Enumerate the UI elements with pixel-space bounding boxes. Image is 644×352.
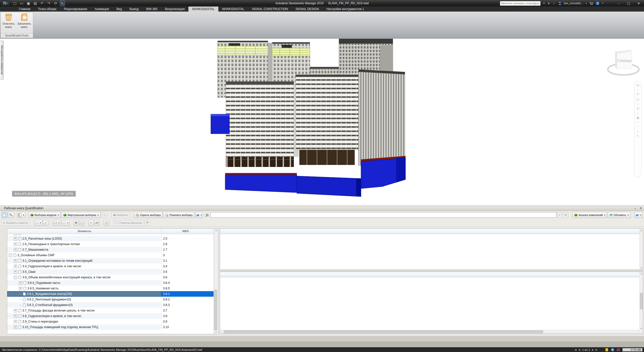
select-takeoff-item-button[interactable] xyxy=(101,212,107,218)
tree-expander-icon[interactable]: + xyxy=(14,237,17,240)
ribbon-tab-5[interactable]: Вывод xyxy=(126,7,142,12)
sheet-status-icon[interactable] xyxy=(605,348,609,351)
count-tool-button[interactable]: # xyxy=(104,220,109,226)
tree-row[interactable]: +3.5_Сваи3.5 xyxy=(7,269,218,275)
select-button[interactable]: Выбрать xyxy=(111,212,130,218)
building-model-canvas[interactable] xyxy=(206,39,410,197)
ribbon-tab-11[interactable]: SIGNAL DESIGN xyxy=(292,7,323,12)
panel-close-icon[interactable]: ✕ xyxy=(639,206,642,211)
tree-expander-icon[interactable]: − xyxy=(9,254,12,257)
open-folder-icon[interactable]: ▭ xyxy=(19,1,24,6)
tree-column-wbs[interactable]: WBS xyxy=(162,229,210,234)
help-icon[interactable]: ? xyxy=(596,2,599,5)
tree-row[interactable]: −3_Основные объемы СМР3 xyxy=(7,252,218,258)
ribbon-tab-4[interactable]: Вид xyxy=(113,7,126,12)
tree-expander-icon[interactable]: + xyxy=(14,265,17,268)
ribbon-tab-6[interactable]: BIM 360 xyxy=(142,7,161,12)
select-arrow-icon[interactable]: ↖ xyxy=(636,134,639,138)
tree-row[interactable]: +3.4_Гидроизоляция и кровля, в том числе… xyxy=(7,263,218,269)
last-sheet-icon[interactable]: ▶ xyxy=(596,348,597,351)
caret-icon[interactable]: ▾ xyxy=(637,112,638,114)
look-around-icon[interactable]: ◉ xyxy=(636,116,639,120)
previous-sheet-icon[interactable]: ◀ xyxy=(578,348,580,351)
formula-accept-button[interactable]: ✓ xyxy=(557,212,562,218)
tree-expander-icon[interactable]: + xyxy=(19,287,22,290)
close-button[interactable]: ✕ xyxy=(635,2,642,5)
new-document-icon[interactable]: ▢ xyxy=(13,1,17,6)
tree-row[interactable]: +3.9_Стены и перегородки3.9 xyxy=(7,319,218,324)
web-status-icon[interactable] xyxy=(611,348,615,351)
tree-row[interactable]: 3.6.2_Ленточный фундамент(0)3.6.2 xyxy=(7,297,218,302)
orbit-icon[interactable]: ⟲ xyxy=(636,107,639,111)
user-dropdown-icon[interactable]: ▾ xyxy=(586,2,587,5)
tree-row[interactable]: +3.6.4_Подземная часть:3.6.4 xyxy=(7,280,218,286)
first-sheet-icon[interactable]: ◀ xyxy=(575,348,576,351)
tree-row[interactable]: +2.7_Машиноместа2.7 xyxy=(7,247,218,252)
search-binoculars-icon[interactable]: ⌖ xyxy=(543,1,545,5)
tree-row[interactable]: +3.1_Ограждение котлована по типам конст… xyxy=(7,258,218,263)
help-dropdown-icon[interactable]: ▾ xyxy=(602,2,603,5)
workbook-views-button[interactable]: ▾ xyxy=(17,212,25,218)
update-button[interactable]: ⟳ Обновить ▾ xyxy=(608,212,630,218)
show-takeoff-button[interactable]: Показать выборку xyxy=(163,212,194,218)
new-takeoff-sheet-button[interactable] xyxy=(2,212,7,218)
markup-filter-button[interactable]: Пометка фильтра xyxy=(113,220,144,226)
filter-settings-button[interactable] xyxy=(145,220,150,226)
tree-row[interactable]: −3.6_Объем железобетонных конструкций ка… xyxy=(7,275,218,280)
model-takeoff-button[interactable]: Выборка модели ▾ xyxy=(28,212,61,218)
favorites-star-icon[interactable]: ☆ xyxy=(553,2,556,5)
ribbon-tab-12[interactable]: Настройки инструментов 1 xyxy=(323,7,368,12)
panel-collapse-icon[interactable]: ⌄ xyxy=(634,206,636,211)
navigation-bar[interactable]: ◎▾✛⊡▾⟲▾◉▾∵▾↖ xyxy=(634,81,641,177)
table-splitter[interactable] xyxy=(220,270,643,272)
export-quantities-button[interactable]: ⇄ ▾ xyxy=(195,212,203,218)
tree-expander-icon[interactable]: + xyxy=(14,270,17,274)
app-store-cart-icon[interactable] xyxy=(589,2,593,5)
tree-row[interactable]: +3.8_Гидроизоляция и кровля, в том числе… xyxy=(7,313,218,319)
refresh-icon[interactable]: ⟳ xyxy=(53,1,58,6)
virtual-takeoff-button[interactable]: Виртуальная выборка ▾ xyxy=(61,212,100,218)
summary-vertical-scrollbar[interactable]: ▲ ▼ xyxy=(639,229,643,270)
panel-title-bar[interactable]: Рабочая книга Quantification ⌄ ✕ xyxy=(0,206,644,211)
tree-row[interactable]: +3.6.5_Наземная часть:3.6.5 xyxy=(7,286,218,291)
ribbon-tab-9[interactable]: MARKSDIGITAL xyxy=(218,7,248,12)
region-tool-button[interactable] xyxy=(79,220,84,226)
fill-book-button[interactable]: Заполнить книгу xyxy=(16,12,32,34)
app-logo[interactable]: N▾ xyxy=(1,0,10,6)
walk-icon[interactable]: ∵ xyxy=(637,125,639,129)
minimize-button[interactable]: – xyxy=(615,2,622,5)
tree-row[interactable]: +2.5_Расчетные зоны (LOSS)2.5 xyxy=(7,236,218,241)
tree-column-elements[interactable]: Элементы xyxy=(7,229,162,234)
change-analysis-button[interactable]: Анализ изменений ▾ xyxy=(572,212,607,218)
tree-expander-icon[interactable]: + xyxy=(14,320,17,323)
viewcube[interactable]: Спереди xyxy=(606,42,641,80)
zoom-window-icon[interactable]: ⊡ xyxy=(636,98,639,102)
detail-vertical-scrollbar[interactable]: ▲ ▼ xyxy=(639,272,643,333)
tree-expander-icon[interactable]: + xyxy=(14,259,17,262)
setup-button[interactable] xyxy=(8,212,14,218)
detail-horizontal-scrollbar[interactable]: ‹ › xyxy=(220,330,640,333)
add-point-tool-button[interactable]: +▪ xyxy=(88,220,94,226)
formula-input[interactable] xyxy=(210,212,556,218)
next-sheet-icon[interactable]: ▶ xyxy=(592,348,594,351)
tree-row[interactable]: +3.10_Площадь помещений под отделку, вкл… xyxy=(7,324,218,330)
ribbon-tab-10[interactable]: SIGNAL CONSTRUCTION xyxy=(248,7,292,12)
ribbon-tab-8[interactable]: MARKSDIGITAL xyxy=(188,7,218,12)
signed-in-user[interactable]: bim_shirokikh... xyxy=(564,2,583,5)
caret-icon[interactable]: ▾ xyxy=(637,121,638,123)
ribbon-tab-0[interactable]: Главная xyxy=(15,7,34,12)
eraser-tool-button[interactable] xyxy=(94,220,100,226)
caret-icon[interactable]: ▾ xyxy=(637,130,638,132)
tree-expander-icon[interactable]: + xyxy=(19,281,22,285)
pan-icon[interactable]: ✛ xyxy=(636,92,639,96)
area-polygon-tool-button[interactable]: ▾ xyxy=(61,220,70,226)
help-search-input[interactable] xyxy=(500,1,541,6)
caret-icon[interactable]: ▾ xyxy=(637,103,638,105)
cache-status-icon[interactable] xyxy=(617,348,620,351)
tree-row[interactable]: +2.6_Пешеходные и транспортные потоки2.6 xyxy=(7,241,218,247)
tree-expander-icon[interactable]: + xyxy=(14,309,17,312)
tree-expander-icon[interactable]: − xyxy=(14,276,17,279)
area-rectangle-tool-button[interactable]: ▾ xyxy=(53,220,61,226)
save-icon[interactable]: ▣ xyxy=(26,1,31,6)
ribbon-tab-1[interactable]: Точка обзора xyxy=(34,7,60,12)
